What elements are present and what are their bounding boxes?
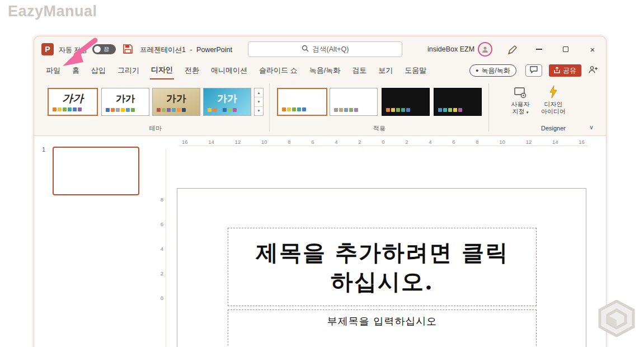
themes-group-label: 테마 <box>48 124 264 133</box>
theme-sample-text: 가가 <box>204 92 251 105</box>
variant-color-swatches <box>386 108 410 112</box>
customize-label-line2: 지정 ▾ <box>513 108 529 115</box>
variants-group-label: 적용 <box>277 124 482 133</box>
powerpoint-app-icon[interactable]: P <box>41 43 54 55</box>
ribbon-group-divider <box>269 83 270 132</box>
subtitle-placeholder[interactable]: 부제목을 입력하십시오 <box>228 310 537 347</box>
chevron-up-icon: ▲ <box>257 91 261 95</box>
customize-label-line1: 사용자 <box>511 101 530 108</box>
tab-transitions[interactable]: 전환 <box>184 63 200 79</box>
share-button[interactable]: 공유 <box>549 64 581 77</box>
theme-thumbnail-3[interactable]: 가가 <box>152 88 200 116</box>
close-icon: × <box>590 45 595 54</box>
lightning-icon <box>549 84 558 99</box>
comment-icon <box>530 65 538 76</box>
workspace: 1 1614121086420246810121416 86420 제목을 추가… <box>34 136 606 347</box>
share-icon <box>554 67 560 75</box>
tab-review[interactable]: 검토 <box>351 63 368 79</box>
minimize-icon <box>536 49 542 50</box>
slide-thumbnail[interactable] <box>53 147 139 195</box>
share-button-label: 공유 <box>563 66 576 76</box>
theme-thumbnail-4[interactable]: 가가 <box>203 88 251 116</box>
annotation-arrow <box>55 36 100 68</box>
ink-pen-icon[interactable] <box>507 44 518 55</box>
record-button-label: 녹음/녹화 <box>481 66 510 76</box>
customize-button[interactable]: 사용자 지정 ▾ <box>506 84 535 115</box>
variant-thumbnail-4[interactable] <box>434 88 482 116</box>
theme-gallery-scroll: ▲ ▼ ▼ <box>254 88 264 116</box>
tab-design[interactable]: 디자인 <box>150 62 174 79</box>
record-button[interactable]: ● 녹음/녹화 <box>469 64 516 77</box>
maximize-button[interactable] <box>557 41 574 58</box>
titlebar: P 자동 저장 끔 프레젠테이션1 - PowerPoint 검색(Alt+Q)… <box>34 36 606 62</box>
design-ideas-label-line2: 아이디어 <box>541 108 566 115</box>
customize-slide-icon <box>514 84 527 99</box>
gallery-up-button[interactable]: ▲ <box>255 88 263 97</box>
variant-color-swatches <box>334 108 358 112</box>
tab-animations[interactable]: 애니메이션 <box>210 63 248 79</box>
ribbon-tab-row: 파일 홈 삽입 그리기 디자인 전환 애니메이션 슬라이드 쇼 녹음/녹화 검토… <box>34 62 606 79</box>
add-people-button[interactable] <box>586 64 600 77</box>
variant-thumbnail-3[interactable] <box>382 88 430 116</box>
theme-color-swatches <box>53 107 82 111</box>
tab-help[interactable]: 도움말 <box>403 63 427 79</box>
maximize-icon <box>563 46 568 52</box>
theme-thumbnail-2[interactable]: 가가 <box>101 88 149 116</box>
theme-sample-text: 가가 <box>153 92 200 105</box>
horizontal-ruler[interactable]: 1614121086420246810121416 <box>178 139 588 146</box>
variant-color-swatches <box>438 108 462 112</box>
gallery-more-icon: ▼ <box>257 109 261 112</box>
subtitle-placeholder-text: 부제목을 입력하십시오 <box>228 315 536 328</box>
theme-color-swatches <box>106 108 135 112</box>
app-name: PowerPoint <box>196 46 232 54</box>
vertical-ruler[interactable]: 86420 <box>158 148 166 347</box>
slide-number: 1 <box>42 146 45 153</box>
tab-draw[interactable]: 그리기 <box>116 63 140 79</box>
search-input[interactable]: 검색(Alt+Q) <box>248 41 402 57</box>
document-title: 프레젠테이션1 - PowerPoint <box>140 45 234 55</box>
theme-sample-text: 가가 <box>49 91 97 106</box>
theme-sample-text: 가가 <box>102 92 149 105</box>
hexagon-logo-icon <box>596 300 637 339</box>
design-ideas-label-line1: 디자인 <box>544 101 563 108</box>
title-placeholder-text: 제목을 추가하려면 클릭 하십시오. <box>256 238 509 296</box>
chevron-down-icon: ▼ <box>257 100 261 104</box>
variant-color-swatches <box>282 107 306 111</box>
tab-record[interactable]: 녹음/녹화 <box>308 63 342 79</box>
minimize-button[interactable] <box>530 41 547 58</box>
record-dot-icon: ● <box>476 68 478 73</box>
designer-label: Designer <box>531 125 576 132</box>
tab-view[interactable]: 보기 <box>377 63 394 79</box>
title-placeholder[interactable]: 제목을 추가하려면 클릭 하십시오. <box>228 228 537 306</box>
add-person-icon <box>588 65 598 76</box>
ribbon-design: 가가 가가 가가 가가 ▲ ▼ ▼ 테마 <box>34 79 606 136</box>
gallery-down-button[interactable]: ▼ <box>255 97 263 106</box>
search-icon <box>302 45 309 54</box>
theme-thumbnail-1[interactable]: 가가 <box>48 88 98 116</box>
variant-thumbnail-1[interactable] <box>277 88 327 116</box>
search-placeholder: 검색(Alt+Q) <box>313 45 349 54</box>
account-avatar[interactable] <box>478 42 492 57</box>
comments-button[interactable] <box>525 64 542 77</box>
brand-watermark: EazyManual <box>8 3 97 20</box>
title-separator: - <box>190 46 192 54</box>
gallery-more-button[interactable]: ▼ <box>255 107 263 115</box>
theme-color-swatches <box>157 108 186 112</box>
slide-canvas[interactable]: 제목을 추가하려면 클릭 하십시오. 부제목을 입력하십시오 <box>177 188 586 347</box>
theme-color-swatches <box>208 108 237 112</box>
close-button[interactable]: × <box>584 41 601 58</box>
design-ideas-button[interactable]: 디자인 아이디어 <box>537 84 570 115</box>
variant-thumbnail-2[interactable] <box>330 88 378 116</box>
save-icon[interactable] <box>123 44 133 54</box>
ribbon-group-divider <box>488 83 489 132</box>
autosave-state: 끔 <box>104 45 109 53</box>
ribbon-collapse-chevron-icon[interactable]: ∨ <box>589 124 594 131</box>
powerpoint-window: P 자동 저장 끔 프레젠테이션1 - PowerPoint 검색(Alt+Q)… <box>34 36 607 347</box>
document-name: 프레젠테이션1 <box>140 46 186 54</box>
tab-slideshow[interactable]: 슬라이드 쇼 <box>258 63 299 79</box>
dropdown-caret-icon: ▾ <box>527 110 529 114</box>
account-name[interactable]: insideBox EZM <box>427 45 474 53</box>
